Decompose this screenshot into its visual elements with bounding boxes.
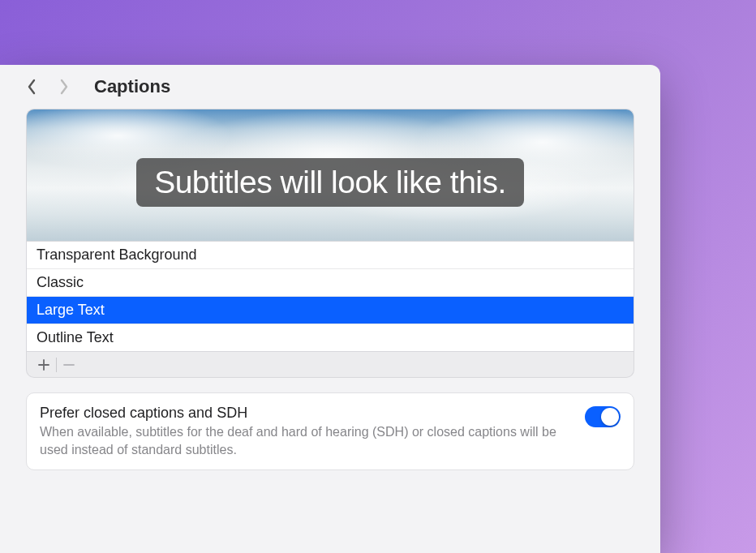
chevron-right-icon [59,79,69,95]
caption-style-list: Transparent Background Classic Large Tex… [26,241,634,352]
preference-section: Prefer closed captions and SDH When avai… [26,392,634,470]
chevron-left-icon [27,79,37,95]
remove-style-button[interactable] [57,354,81,376]
add-style-button[interactable] [32,354,56,376]
settings-window: Captions Subtitles will look like this. … [0,65,660,553]
toggle-knob [601,408,619,426]
style-row-large-text[interactable]: Large Text [27,297,634,324]
style-list-footer [26,352,634,378]
content: Subtitles will look like this. Transpare… [0,109,660,470]
caption-preview: Subtitles will look like this. [26,109,634,241]
header: Captions [0,65,660,109]
plus-icon [38,359,49,371]
style-row-outline-text[interactable]: Outline Text [27,324,634,351]
prefer-sdh-toggle[interactable] [585,406,621,427]
back-button[interactable] [26,78,37,96]
preference-description: When available, subtitles for the deaf a… [40,423,569,458]
preference-text: Prefer closed captions and SDH When avai… [40,405,569,458]
subtitle-sample: Subtitles will look like this. [136,158,524,207]
style-row-classic[interactable]: Classic [27,269,634,297]
minus-icon [63,359,75,371]
preference-title: Prefer closed captions and SDH [40,405,569,422]
style-row-transparent-background[interactable]: Transparent Background [27,242,634,269]
page-title: Captions [94,76,170,97]
forward-button[interactable] [58,78,70,96]
nav-controls [26,78,70,96]
